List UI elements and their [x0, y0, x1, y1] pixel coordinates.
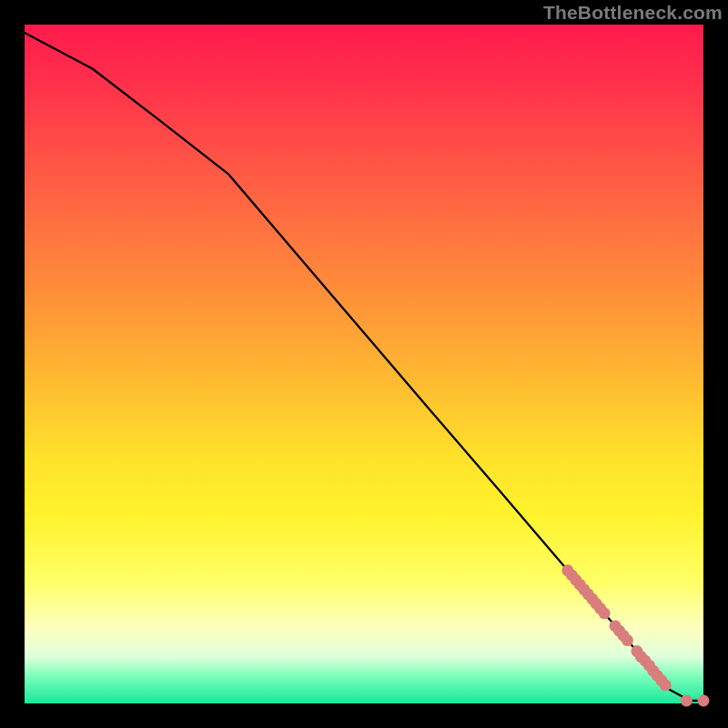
watermark-text: TheBottleneck.com — [543, 2, 723, 24]
gradient-plot-area — [25, 25, 703, 703]
chart-stage: { "watermark": "TheBottleneck.com", "cha… — [0, 0, 728, 728]
